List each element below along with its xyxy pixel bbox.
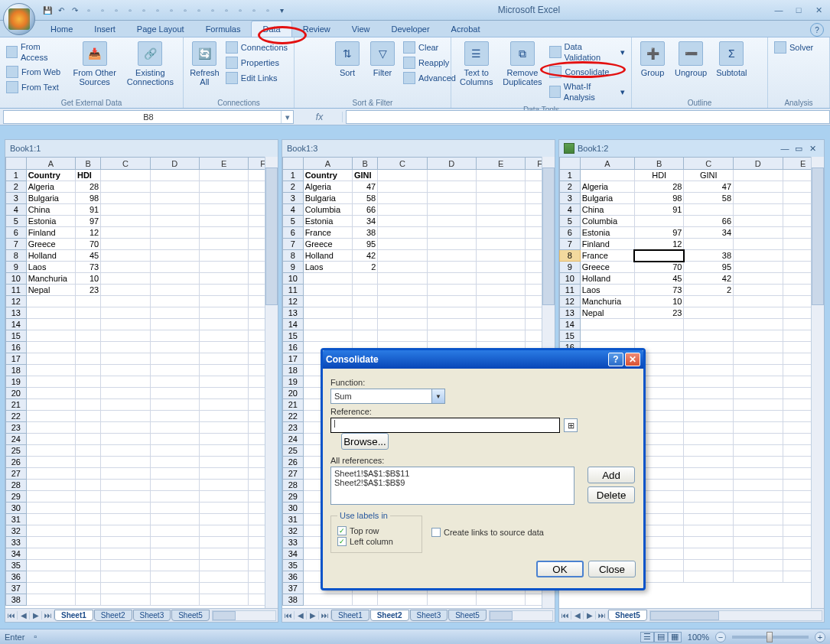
top-row-checkbox[interactable]: ✓ — [337, 526, 347, 535]
page-layout-view-icon[interactable]: ▤ — [654, 632, 668, 642]
restore-button[interactable]: ▭ — [792, 143, 806, 154]
group-button[interactable]: ➕Group — [636, 40, 669, 79]
reference-input[interactable]: | — [330, 418, 560, 433]
edit-links-button[interactable]: Edit Links — [224, 70, 289, 86]
tab-view[interactable]: View — [341, 21, 381, 37]
maximize-button[interactable]: □ — [790, 4, 807, 16]
qat-more-icon[interactable]: ▾ — [275, 4, 288, 16]
hscroll[interactable] — [649, 610, 822, 621]
from-text-button[interactable]: From Text — [5, 80, 67, 95]
from-other-sources-button[interactable]: 📥From Other Sources — [70, 40, 119, 88]
save-icon[interactable]: 💾 — [41, 4, 54, 16]
qat-icon[interactable]: ▫ — [151, 4, 164, 16]
normal-view-icon[interactable]: ☰ — [640, 632, 654, 642]
qat-icon[interactable]: ▫ — [165, 4, 177, 16]
data-validation-button[interactable]: Data Validation ▾ — [548, 40, 627, 64]
add-button[interactable]: Add — [588, 467, 635, 483]
tab-formulas[interactable]: Formulas — [195, 21, 252, 37]
sheet-tab[interactable]: Sheet3 — [133, 610, 171, 621]
qat-icon[interactable]: ▫ — [262, 4, 274, 16]
sheet-tab[interactable]: Sheet5 — [171, 610, 210, 621]
sheet-tab[interactable]: Sheet1 — [54, 610, 93, 621]
sheet-tab[interactable]: Sheet1 — [331, 610, 369, 621]
vscroll[interactable] — [811, 157, 824, 608]
hscroll[interactable] — [212, 610, 276, 621]
sheet-tab[interactable]: Sheet2 — [370, 610, 409, 621]
consolidate-button[interactable]: Consolidate — [548, 64, 627, 80]
tab-review[interactable]: Review — [292, 21, 341, 37]
existing-connections-button[interactable]: 🔗Existing Connections — [122, 40, 178, 88]
qat-icon[interactable]: ▫ — [124, 4, 136, 16]
name-box-dropdown-icon[interactable]: ▾ — [281, 111, 293, 123]
qat-icon[interactable]: ▫ — [138, 4, 150, 16]
from-access-button[interactable]: From Access — [5, 40, 67, 64]
zoom-level[interactable]: 100% — [688, 633, 709, 642]
left-column-checkbox[interactable]: ✓ — [337, 537, 347, 546]
qat-icon[interactable]: ▫ — [220, 4, 233, 16]
macro-record-icon[interactable]: ▫ — [34, 632, 46, 642]
qat-icon[interactable]: ▫ — [234, 4, 246, 16]
zoom-in-button[interactable]: + — [815, 632, 825, 642]
subtotal-button[interactable]: ΣSubtotal — [713, 40, 750, 79]
sort-button[interactable]: ⇅Sort — [331, 40, 363, 79]
tab-page-layout[interactable]: Page Layout — [126, 21, 195, 37]
sheet-nav[interactable]: ⏮◀▶⏭ — [559, 611, 608, 620]
qat-icon[interactable]: ▫ — [96, 4, 109, 16]
qat-icon[interactable]: ▫ — [179, 4, 191, 16]
sheet-nav[interactable]: ⏮◀▶⏭ — [5, 611, 54, 620]
window-title[interactable]: Book1:1 — [5, 140, 278, 157]
remove-duplicates-button[interactable]: ⧉Remove Duplicates — [500, 40, 545, 88]
tab-developer[interactable]: Developer — [380, 21, 440, 37]
sheet-tab[interactable]: Sheet5 — [608, 610, 647, 621]
ungroup-button[interactable]: ➖Ungroup — [672, 40, 710, 79]
name-box[interactable]: B8▾ — [3, 110, 294, 124]
properties-button[interactable]: Properties — [224, 55, 289, 70]
close-button[interactable]: Close — [588, 561, 636, 577]
filter-button[interactable]: ▽Filter — [366, 40, 399, 79]
redo-icon[interactable]: ↷ — [69, 4, 81, 16]
delete-button[interactable]: Delete — [588, 486, 635, 503]
tab-home[interactable]: Home — [40, 21, 83, 37]
refresh-all-button[interactable]: 🔄Refresh All — [188, 40, 221, 88]
zoom-slider[interactable] — [732, 636, 809, 639]
sheet-tab[interactable]: Sheet5 — [448, 610, 487, 621]
hscroll[interactable] — [489, 610, 553, 621]
office-button[interactable] — [3, 3, 35, 35]
sheet-tab[interactable]: Sheet2 — [94, 610, 132, 621]
whatif-button[interactable]: What-If Analysis ▾ — [548, 80, 627, 104]
window-title[interactable]: Book1:3 — [282, 140, 555, 157]
browse-button[interactable]: Browse... — [341, 433, 389, 450]
formula-input[interactable] — [346, 110, 830, 124]
text-to-columns-button[interactable]: ☰Text to Columns — [456, 40, 496, 88]
window-title[interactable]: Book1:2 — ▭ ✕ — [559, 140, 824, 157]
from-web-button[interactable]: From Web — [5, 64, 67, 80]
references-list[interactable]: Sheet1!$A$1:$B$11 Sheet2!$A$1:$B$9 — [330, 467, 574, 505]
clear-button[interactable]: Clear — [402, 40, 457, 55]
dialog-close-button[interactable]: ✕ — [625, 353, 640, 366]
dialog-help-button[interactable]: ? — [608, 353, 623, 366]
undo-icon[interactable]: ↶ — [55, 4, 67, 16]
collapse-dialog-icon[interactable]: ⊞ — [564, 418, 578, 432]
zoom-out-button[interactable]: − — [715, 632, 726, 642]
tab-insert[interactable]: Insert — [83, 21, 126, 37]
grid[interactable]: ABCDEF1CountryHDI2Algeria283Bulgaria984C… — [5, 157, 278, 606]
dialog-title-bar[interactable]: Consolidate ? ✕ — [323, 350, 643, 369]
qat-icon[interactable]: ▫ — [207, 4, 219, 16]
reapply-button[interactable]: Reapply — [402, 55, 457, 70]
list-item[interactable]: Sheet1!$A$1:$B$11 — [334, 469, 571, 478]
minimize-button[interactable]: — — [778, 143, 792, 154]
ok-button[interactable]: OK — [536, 561, 584, 577]
connections-button[interactable]: Connections — [224, 40, 289, 55]
qat-icon[interactable]: ▫ — [248, 4, 260, 16]
tab-acrobat[interactable]: Acrobat — [441, 21, 491, 37]
dropdown-icon[interactable]: ▼ — [431, 389, 444, 403]
fx-button[interactable]: fx — [297, 112, 343, 122]
sheet-nav[interactable]: ⏮◀▶⏭ — [282, 611, 331, 620]
tab-data[interactable]: Data — [251, 21, 291, 37]
qat-icon[interactable]: ▫ — [110, 4, 122, 16]
solver-button[interactable]: Solver — [773, 40, 815, 55]
close-button[interactable]: ✕ — [806, 143, 819, 154]
advanced-button[interactable]: Advanced — [402, 70, 457, 86]
sort-asc-icon[interactable] — [299, 49, 313, 64]
minimize-button[interactable]: — — [770, 4, 787, 16]
